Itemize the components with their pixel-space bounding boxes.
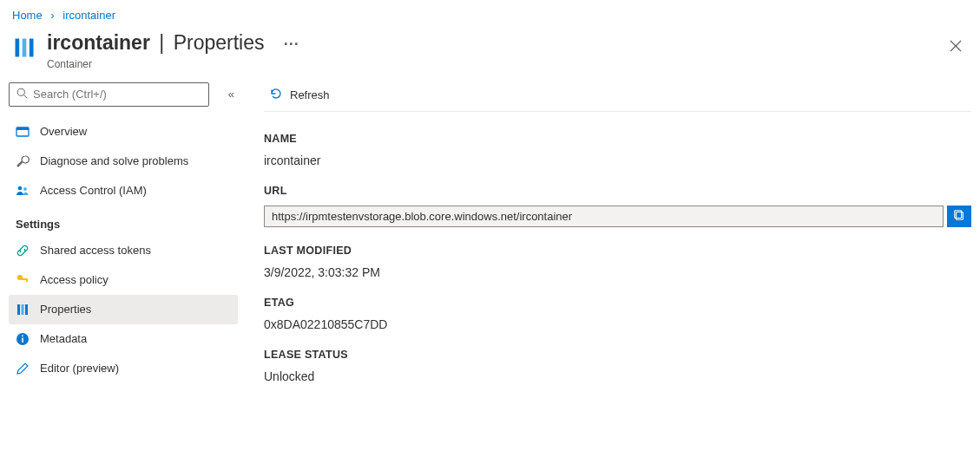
svg-rect-16 xyxy=(22,337,23,343)
sidebar-item-label: Access policy xyxy=(40,273,109,286)
copy-button[interactable] xyxy=(947,206,971,227)
prop-lease-value: Unlocked xyxy=(264,369,971,383)
resource-name: ircontainer xyxy=(47,31,150,54)
svg-rect-14 xyxy=(25,304,28,315)
sidebar-item-access-policy[interactable]: Access policy xyxy=(9,265,238,295)
prop-name-label: NAME xyxy=(264,133,971,145)
svg-rect-17 xyxy=(22,335,23,336)
container-icon xyxy=(12,36,36,60)
blade-header: ircontainer | Properties ··· Container xyxy=(0,27,980,79)
svg-rect-12 xyxy=(17,304,20,315)
sidebar-item-diagnose[interactable]: Diagnose and solve problems xyxy=(9,147,238,176)
sidebar-item-label: Properties xyxy=(40,303,91,316)
section-name: Properties xyxy=(174,31,265,54)
more-icon[interactable]: ··· xyxy=(284,36,299,53)
breadcrumb-home[interactable]: Home xyxy=(12,9,43,22)
sidebar-item-properties[interactable]: Properties xyxy=(9,295,238,324)
prop-url-value[interactable]: https://irpmtestenvstorage.blob.core.win… xyxy=(264,206,944,227)
sidebar-item-label: Access Control (IAM) xyxy=(40,184,147,197)
refresh-icon xyxy=(269,87,283,103)
svg-rect-6 xyxy=(16,127,29,130)
svg-rect-11 xyxy=(26,278,28,282)
pencil-icon xyxy=(16,362,30,375)
search-icon xyxy=(16,88,28,101)
sidebar-item-sas[interactable]: Shared access tokens xyxy=(9,236,238,265)
search-input[interactable] xyxy=(33,88,201,101)
resource-type: Container xyxy=(47,58,968,70)
sidebar-item-label: Overview xyxy=(40,125,87,138)
breadcrumb-item[interactable]: ircontainer xyxy=(62,9,115,22)
svg-rect-13 xyxy=(22,304,24,315)
svg-line-4 xyxy=(24,95,28,98)
key-icon xyxy=(16,273,30,287)
close-button[interactable] xyxy=(945,36,966,56)
prop-modified-label: LAST MODIFIED xyxy=(264,245,971,257)
sidebar-item-iam[interactable]: Access Control (IAM) xyxy=(9,176,238,206)
sidebar-item-label: Diagnose and solve problems xyxy=(40,154,188,167)
info-icon xyxy=(16,332,30,346)
sidebar-item-editor[interactable]: Editor (preview) xyxy=(9,354,238,383)
wrench-icon xyxy=(16,154,30,168)
search-input-wrapper[interactable] xyxy=(9,82,209,107)
prop-lease-label: LEASE STATUS xyxy=(264,349,971,361)
sidebar-group-settings: Settings xyxy=(9,206,241,236)
breadcrumb: Home › ircontainer xyxy=(0,0,980,27)
svg-point-8 xyxy=(23,187,27,191)
prop-name-value: ircontainer xyxy=(264,153,971,167)
prop-etag-value: 0x8DA02210855C7DD xyxy=(264,317,971,331)
collapse-sidebar-button[interactable]: « xyxy=(225,84,238,104)
sidebar-item-overview[interactable]: Overview xyxy=(9,117,238,147)
svg-rect-0 xyxy=(16,39,20,57)
refresh-button[interactable]: Refresh xyxy=(264,83,335,107)
prop-modified-value: 3/9/2022, 3:03:32 PM xyxy=(264,265,971,279)
svg-rect-2 xyxy=(30,39,34,57)
copy-icon xyxy=(953,209,965,224)
sidebar: « Overview Diagnose and solve problems A… xyxy=(0,79,241,401)
chevron-right-icon: › xyxy=(50,9,54,22)
svg-point-3 xyxy=(17,88,24,95)
main-pane: Refresh NAME ircontainer URL https://irp… xyxy=(241,79,980,401)
sidebar-item-label: Editor (preview) xyxy=(40,362,119,375)
people-icon xyxy=(16,184,30,198)
svg-rect-1 xyxy=(23,39,27,57)
page-title: ircontainer | Properties ··· xyxy=(47,30,968,56)
link-icon xyxy=(16,244,30,258)
bars-icon xyxy=(16,303,30,317)
sidebar-item-metadata[interactable]: Metadata xyxy=(9,324,238,354)
prop-url-label: URL xyxy=(264,185,971,197)
refresh-label: Refresh xyxy=(290,88,330,101)
toolbar: Refresh xyxy=(264,79,971,112)
prop-etag-label: ETAG xyxy=(264,297,971,309)
svg-point-7 xyxy=(18,186,23,191)
sidebar-item-label: Metadata xyxy=(40,332,87,345)
sidebar-item-label: Shared access tokens xyxy=(40,244,151,257)
overview-icon xyxy=(16,125,30,139)
